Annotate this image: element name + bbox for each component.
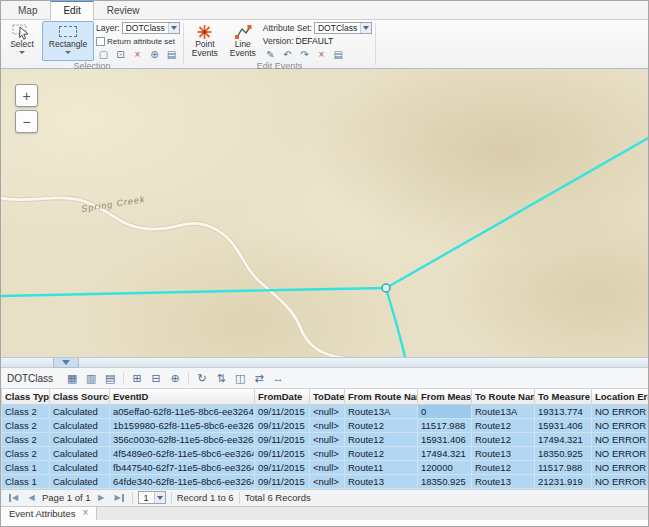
table-cell[interactable]: 15931.406 — [418, 432, 472, 446]
table-row[interactable]: Class 2Calculateda05effa0-62f8-11e5-8bc6… — [2, 404, 649, 418]
select-point-icon[interactable]: ⊡ — [113, 48, 128, 61]
refresh-icon[interactable]: ↻ — [193, 370, 211, 386]
table-cell[interactable]: Route12 — [345, 446, 418, 460]
table-cell[interactable]: 18350.925 — [535, 446, 592, 460]
sort-icon[interactable]: ⇅ — [212, 370, 230, 386]
column-header-eventid[interactable]: EventID — [110, 389, 255, 404]
table-cell[interactable]: 09/11/2015 — [255, 404, 310, 418]
table-row[interactable]: Class 2Calculated4f5489e0-62f8-11e5-8bc6… — [2, 446, 649, 460]
table-cell[interactable]: Route13A — [472, 404, 535, 418]
table-cell[interactable]: fb447540-62f7-11e5-8bc6-ee32641d5ec9 — [110, 460, 255, 474]
route-line-south[interactable] — [386, 288, 405, 357]
event-list-icon[interactable]: ▤ — [331, 48, 346, 61]
table-cell[interactable]: Class 2 — [2, 404, 50, 418]
table-row[interactable]: Class 1Calculatedfb447540-62f7-11e5-8bc6… — [2, 460, 649, 474]
table-cell[interactable]: Calculated — [50, 432, 110, 446]
line-events-button[interactable]: Line Events — [225, 21, 261, 61]
table-cell[interactable]: Class 1 — [2, 460, 50, 474]
table-cell[interactable]: 21231.919 — [535, 474, 592, 488]
tab-edit[interactable]: Edit — [50, 0, 93, 20]
table-cell[interactable]: 120000 — [418, 460, 472, 474]
table-cell[interactable]: <null> — [310, 474, 345, 488]
column-header-todate[interactable]: ToDate — [310, 389, 345, 404]
map-canvas[interactable]: Spring Creek + − — [1, 69, 648, 357]
edit-attributes-icon[interactable]: ✎ — [263, 48, 278, 61]
table-cell[interactable]: NO ERROR — [592, 432, 649, 446]
return-attribute-set-checkbox[interactable] — [96, 37, 105, 46]
table-cell[interactable]: 09/11/2015 — [255, 446, 310, 460]
table-cell[interactable]: Calculated — [50, 474, 110, 488]
table-cell[interactable]: Route12 — [472, 432, 535, 446]
column-header-class-source[interactable]: Class Source — [50, 389, 110, 404]
table-cell[interactable]: Route12 — [472, 460, 535, 474]
undo-icon[interactable]: ↶ — [280, 48, 295, 61]
tab-review[interactable]: Review — [94, 1, 153, 19]
table-cell[interactable]: <null> — [310, 404, 345, 418]
tab-map[interactable]: Map — [5, 1, 50, 19]
table-cell[interactable]: Route13 — [472, 446, 535, 460]
table-cell[interactable]: 18350.925 — [418, 474, 472, 488]
table-row[interactable]: Class 2Calculated356c0030-62f8-11e5-8bc6… — [2, 432, 649, 446]
remove-record-icon[interactable]: ⊟ — [147, 370, 165, 386]
previous-page-button[interactable]: ◀ — [24, 491, 39, 504]
table-cell[interactable]: <null> — [310, 460, 345, 474]
point-events-button[interactable]: Point Events — [187, 21, 223, 61]
table-cell[interactable]: Route13 — [472, 474, 535, 488]
table-cell[interactable]: 1b159980-62f8-11e5-8bc6-ee32641d5ec9 — [110, 418, 255, 432]
table-cell[interactable]: 4f5489e0-62f8-11e5-8bc6-ee32641d5ec9 — [110, 446, 255, 460]
add-record-icon[interactable]: ⊞ — [128, 370, 146, 386]
table-cell[interactable]: Route13 — [345, 474, 418, 488]
rectangle-tool-button[interactable]: Rectangle — [42, 21, 94, 61]
column-header-fromdate[interactable]: FromDate — [255, 389, 310, 404]
route-line-northeast[interactable] — [386, 137, 648, 288]
table-cell[interactable]: 356c0030-62f8-11e5-8bc6-ee32641d5ec9 — [110, 432, 255, 446]
table-cell[interactable]: <null> — [310, 418, 345, 432]
delete-event-icon[interactable]: × — [314, 48, 329, 61]
zoom-to-record-icon[interactable]: ⊕ — [166, 370, 184, 386]
table-cell[interactable]: 09/11/2015 — [255, 460, 310, 474]
clear-selection-icon[interactable]: × — [130, 48, 145, 61]
next-page-button[interactable]: ▶ — [94, 491, 109, 504]
table-cell[interactable]: 09/11/2015 — [255, 474, 310, 488]
table-cell[interactable]: <null> — [310, 432, 345, 446]
column-header-class-type[interactable]: Class Type — [2, 389, 50, 404]
table-row[interactable]: Class 1Calculated64fde340-62f8-11e5-8bc6… — [2, 474, 649, 488]
form-view-icon[interactable]: ▥ — [82, 370, 100, 386]
route-line-west[interactable] — [1, 288, 386, 296]
table-cell[interactable]: 11517.988 — [535, 460, 592, 474]
table-cell[interactable]: 15931.406 — [535, 418, 592, 432]
column-header-from-measure[interactable]: From Measure — [418, 389, 472, 404]
table-view-icon[interactable]: ▦ — [63, 370, 81, 386]
table-cell[interactable]: NO ERROR — [592, 474, 649, 488]
swap-icon[interactable]: ⇄ — [250, 370, 268, 386]
redo-icon[interactable]: ↷ — [297, 48, 312, 61]
layer-dropdown[interactable]: DOTClass — [122, 22, 180, 34]
table-cell[interactable]: NO ERROR — [592, 418, 649, 432]
select-tool-button[interactable]: Select — [4, 21, 40, 61]
table-cell[interactable]: NO ERROR — [592, 460, 649, 474]
table-cell[interactable]: NO ERROR — [592, 446, 649, 460]
table-cell[interactable]: 11517.988 — [418, 418, 472, 432]
table-cell[interactable]: Calculated — [50, 446, 110, 460]
first-page-button[interactable]: ◀ — [6, 491, 21, 504]
table-cell[interactable]: Class 2 — [2, 446, 50, 460]
close-icon[interactable]: × — [83, 508, 89, 518]
attribute-set-dropdown[interactable]: DOTClass — [314, 22, 372, 34]
table-cell[interactable]: 09/11/2015 — [255, 418, 310, 432]
table-cell[interactable]: Class 2 — [2, 418, 50, 432]
table-row[interactable]: Class 2Calculated1b159980-62f8-11e5-8bc6… — [2, 418, 649, 432]
table-cell[interactable]: <null> — [310, 446, 345, 460]
table-cell[interactable]: 64fde340-62f8-11e5-8bc6-ee32641d5ec9 — [110, 474, 255, 488]
table-cell[interactable]: Route11 — [345, 460, 418, 474]
panel-splitter[interactable] — [1, 357, 648, 368]
zoom-out-button[interactable]: − — [15, 110, 38, 133]
selection-list-icon[interactable]: ▤ — [164, 48, 179, 61]
last-page-button[interactable]: ▶ — [112, 491, 127, 504]
table-cell[interactable]: Class 1 — [2, 474, 50, 488]
table-cell[interactable]: a05effa0-62f8-11e5-8bc6-ee32641d5ec9 — [110, 404, 255, 418]
table-cell[interactable]: Route12 — [345, 418, 418, 432]
table-cell[interactable]: Route12 — [472, 418, 535, 432]
table-cell[interactable]: Calculated — [50, 418, 110, 432]
table-cell[interactable]: 0 — [418, 404, 472, 418]
column-header-from-route-name[interactable]: From Route Name — [345, 389, 418, 404]
